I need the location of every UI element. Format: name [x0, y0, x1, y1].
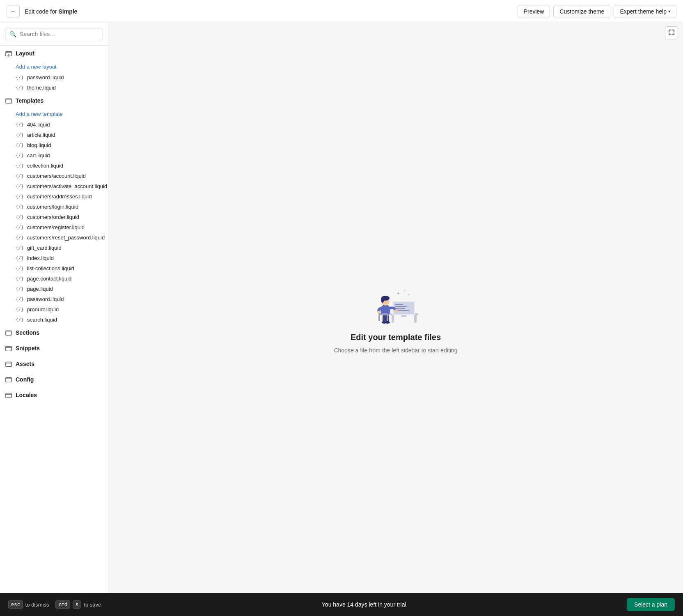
customize-theme-button[interactable]: Customize theme: [553, 5, 610, 18]
sidebar-section-locales: Locales: [0, 387, 108, 403]
file-name: theme.liquid: [27, 85, 56, 91]
list-item[interactable]: {/}customers/login.liquid: [0, 202, 108, 212]
assets-label: Assets: [16, 361, 34, 367]
back-button[interactable]: ←: [7, 5, 20, 18]
svg-text:✦: ✦: [408, 294, 410, 296]
sidebar: 🔍 Layout Add a new layout {/} password.l…: [0, 23, 108, 593]
list-item[interactable]: {/}blog.liquid: [0, 140, 108, 150]
preview-button[interactable]: Preview: [518, 5, 550, 18]
list-item[interactable]: {/}gift_card.liquid: [0, 243, 108, 253]
select-plan-button[interactable]: Select a plan: [627, 598, 675, 611]
file-name: customers/account.liquid: [27, 173, 86, 179]
add-layout-link[interactable]: Add a new layout: [0, 61, 108, 72]
liquid-icon: {/}: [16, 122, 24, 127]
s-key: s: [73, 600, 81, 609]
sidebar-section-sections: Sections: [0, 325, 108, 340]
list-item[interactable]: {/}article.liquid: [0, 130, 108, 140]
locales-section-header[interactable]: Locales: [0, 387, 108, 403]
file-name: customers/addresses.liquid: [27, 193, 92, 200]
svg-rect-29: [387, 315, 388, 321]
file-name: search.liquid: [27, 317, 57, 323]
list-item[interactable]: {/}customers/reset_password.liquid: [0, 232, 108, 243]
sidebar-section-layout: Layout Add a new layout {/} password.liq…: [0, 46, 108, 93]
liquid-icon: {/}: [16, 194, 24, 199]
snippets-section-header[interactable]: Snippets: [0, 340, 108, 356]
list-item[interactable]: {/}page.liquid: [0, 284, 108, 294]
list-item[interactable]: {/}index.liquid: [0, 253, 108, 263]
search-box[interactable]: 🔍: [5, 28, 103, 40]
list-item[interactable]: {/}password.liquid: [0, 294, 108, 304]
liquid-icon: {/}: [16, 143, 24, 148]
liquid-icon: {/}: [16, 204, 24, 209]
list-item[interactable]: {/}customers/activate_account.liquid: [0, 181, 108, 191]
file-name: product.liquid: [27, 306, 59, 313]
assets-section-header[interactable]: Assets: [0, 356, 108, 372]
file-name: gift_card.liquid: [27, 245, 62, 251]
assets-folder-icon: [5, 360, 12, 368]
liquid-icon: {/}: [16, 245, 24, 251]
svg-rect-9: [414, 315, 417, 323]
file-name: customers/login.liquid: [27, 204, 78, 210]
list-item[interactable]: {/}collection.liquid: [0, 161, 108, 171]
list-item[interactable]: {/}customers/order.liquid: [0, 212, 108, 222]
file-name: collection.liquid: [27, 163, 63, 169]
sidebar-section-templates: Templates Add a new template {/}404.liqu…: [0, 93, 108, 325]
sections-label: Sections: [16, 329, 39, 336]
file-name: blog.liquid: [27, 142, 51, 148]
save-hint: cmd s to save: [55, 600, 101, 609]
list-item[interactable]: {/}cart.liquid: [0, 150, 108, 161]
svg-rect-13: [395, 306, 407, 307]
list-item[interactable]: {/}list-collections.liquid: [0, 263, 108, 274]
list-item[interactable]: {/}search.liquid: [0, 315, 108, 325]
sidebar-section-config: Config: [0, 372, 108, 387]
empty-state-subtitle: Choose a file from the left sidebar to s…: [334, 347, 457, 354]
liquid-icon: {/}: [16, 235, 24, 240]
svg-rect-3: [6, 347, 11, 351]
liquid-icon: {/}: [16, 173, 24, 179]
dismiss-hint: esc to dismiss: [8, 600, 49, 609]
search-input[interactable]: [20, 31, 99, 37]
sections-folder-icon: [5, 329, 12, 336]
file-name: page.contact.liquid: [27, 276, 71, 282]
liquid-icon: {/}: [16, 297, 24, 302]
content-area: ✦ ✦ ✦ Edit your template files Choose a …: [108, 23, 683, 593]
snippets-folder-icon: [5, 345, 12, 352]
templates-section-header[interactable]: Templates: [0, 93, 108, 108]
list-item[interactable]: {/}customers/addresses.liquid: [0, 191, 108, 202]
file-name: password.liquid: [27, 74, 64, 80]
content-main: ✦ ✦ ✦ Edit your template files Choose a …: [108, 43, 683, 593]
svg-rect-5: [6, 378, 11, 382]
sidebar-section-assets: Assets: [0, 356, 108, 372]
layout-section-header[interactable]: Layout: [0, 46, 108, 61]
expand-icon: [668, 29, 675, 37]
config-folder-icon: [5, 376, 12, 383]
list-item[interactable]: {/}product.liquid: [0, 304, 108, 315]
list-item[interactable]: {/}page.contact.liquid: [0, 274, 108, 284]
file-name: article.liquid: [27, 132, 55, 138]
list-item[interactable]: {/}customers/account.liquid: [0, 171, 108, 181]
file-name: password.liquid: [27, 296, 64, 302]
locales-folder-icon: [5, 391, 12, 399]
list-item[interactable]: {/} theme.liquid: [0, 83, 108, 93]
header-title: Edit code for Simple: [25, 8, 518, 15]
snippets-label: Snippets: [16, 345, 40, 352]
expand-button[interactable]: [665, 26, 678, 39]
add-template-link[interactable]: Add a new template: [0, 108, 108, 120]
file-name: 404.liquid: [27, 122, 50, 128]
back-icon: ←: [10, 8, 16, 14]
expert-help-button[interactable]: Expert theme help ▾: [614, 5, 676, 18]
liquid-icon: {/}: [16, 225, 24, 230]
list-item[interactable]: {/}404.liquid: [0, 120, 108, 130]
list-item[interactable]: {/}customers/register.liquid: [0, 222, 108, 232]
liquid-icon: {/}: [16, 163, 24, 168]
content-toolbar: [108, 23, 683, 43]
empty-state-illustration: ✦ ✦ ✦: [367, 283, 424, 328]
list-item[interactable]: {/} password.liquid: [0, 72, 108, 83]
main-layout: 🔍 Layout Add a new layout {/} password.l…: [0, 23, 683, 593]
svg-rect-28: [378, 315, 380, 321]
search-container: 🔍: [0, 23, 108, 46]
sections-section-header[interactable]: Sections: [0, 325, 108, 340]
file-name: customers/order.liquid: [27, 214, 79, 220]
config-section-header[interactable]: Config: [0, 372, 108, 387]
layout-label: Layout: [16, 50, 34, 57]
